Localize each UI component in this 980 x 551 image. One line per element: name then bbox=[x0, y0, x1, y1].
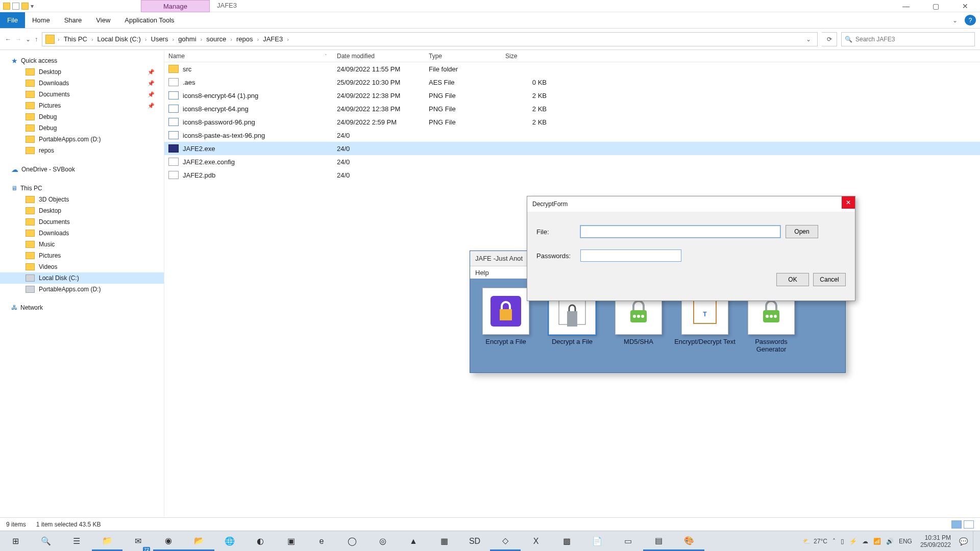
ribbon-tab-file[interactable]: File bbox=[0, 12, 25, 28]
tray-icon[interactable]: ☁ bbox=[862, 538, 868, 545]
sidebar-item[interactable]: 3D Objects bbox=[0, 194, 164, 205]
sidebar-item[interactable]: PortableApps.com (D:) bbox=[0, 284, 164, 295]
ribbon-tab-view[interactable]: View bbox=[89, 12, 117, 28]
ribbon-context-tab-manage[interactable]: Manage bbox=[141, 0, 210, 12]
taskbar-excel-button[interactable]: X bbox=[521, 531, 551, 551]
sidebar-item[interactable]: Downloads bbox=[0, 228, 164, 239]
sidebar-network[interactable]: 🖧 Network bbox=[0, 302, 164, 313]
search-box[interactable]: 🔍 bbox=[841, 32, 975, 46]
column-header-type[interactable]: Type bbox=[425, 50, 501, 62]
breadcrumb[interactable]: JAFE3 bbox=[262, 35, 284, 43]
taskbar-app2-button[interactable]: ▣ bbox=[276, 531, 306, 551]
ok-button[interactable]: OK bbox=[776, 273, 809, 286]
sidebar-item[interactable]: Videos bbox=[0, 261, 164, 272]
breadcrumb[interactable]: repos bbox=[235, 35, 254, 43]
table-row[interactable]: .aes25/09/2022 10:30 PMAES File0 KB bbox=[164, 76, 980, 89]
sidebar-onedrive[interactable]: ☁ OneDrive - SVBook bbox=[0, 163, 164, 176]
taskbar-chrome-button[interactable]: ◉ bbox=[153, 531, 184, 551]
taskbar-jafe-button[interactable]: ▤ bbox=[643, 531, 674, 551]
open-button[interactable]: Open bbox=[786, 225, 818, 238]
table-row[interactable]: icons8-paste-as-text-96.png24/0 bbox=[164, 129, 980, 142]
table-row[interactable]: icons8-encrypt-64 (1).png24/09/2022 12:3… bbox=[164, 89, 980, 102]
nav-back-button[interactable]: ← bbox=[5, 36, 11, 43]
sidebar-item[interactable]: Music bbox=[0, 239, 164, 250]
tray-icon[interactable]: 📶 bbox=[873, 538, 881, 545]
taskbar-notepad-button[interactable]: 📄 bbox=[582, 531, 612, 551]
cancel-button[interactable]: Cancel bbox=[813, 273, 846, 286]
qat-dropdown-icon[interactable]: ▾ bbox=[31, 3, 34, 10]
breadcrumb[interactable]: Local Disk (C:) bbox=[96, 35, 142, 43]
clock[interactable]: 10:31 PM 25/09/2022 bbox=[917, 534, 954, 548]
sidebar-item[interactable]: Debug bbox=[0, 122, 164, 134]
search-input[interactable] bbox=[855, 36, 971, 43]
close-button[interactable]: ✕ bbox=[950, 0, 980, 12]
tray-icon[interactable]: ˄ bbox=[832, 538, 836, 545]
column-header-name[interactable]: Name ˄ bbox=[164, 50, 333, 62]
view-details-button[interactable] bbox=[951, 520, 962, 529]
file-input[interactable] bbox=[580, 226, 780, 238]
passwords-input[interactable] bbox=[580, 249, 681, 262]
taskbar-mail-button[interactable]: ✉72 bbox=[122, 531, 153, 551]
tray-icon[interactable]: 🔊 bbox=[886, 538, 894, 545]
sidebar-item[interactable]: Desktop📌 bbox=[0, 66, 164, 78]
taskbar-search-button[interactable]: 🔍 bbox=[31, 531, 61, 551]
taskbar-vs-button[interactable]: ◇ bbox=[490, 531, 521, 551]
table-row[interactable]: JAFE2.exe24/0 bbox=[164, 142, 980, 155]
language-indicator[interactable]: ENG bbox=[899, 538, 912, 545]
notifications-button[interactable]: 💬 bbox=[959, 537, 968, 545]
breadcrumb[interactable]: This PC bbox=[63, 35, 88, 43]
breadcrumb[interactable]: gohmi bbox=[177, 35, 197, 43]
sidebar-item[interactable]: Pictures bbox=[0, 250, 164, 261]
taskbar-app1-button[interactable]: ◐ bbox=[245, 531, 276, 551]
taskbar-explorer2-button[interactable]: 📂 bbox=[184, 531, 214, 551]
breadcrumb[interactable]: Users bbox=[150, 35, 169, 43]
nav-up-button[interactable]: ↑ bbox=[35, 36, 38, 43]
sidebar-item[interactable]: repos bbox=[0, 145, 164, 156]
table-row[interactable]: icons8-password-96.png24/09/2022 2:59 PM… bbox=[164, 115, 980, 129]
taskbar-file-explorer-button[interactable]: 📁 bbox=[92, 531, 122, 551]
taskbar-sdk-button[interactable]: SD bbox=[459, 531, 490, 551]
address-dropdown-icon[interactable]: ⌄ bbox=[803, 36, 814, 43]
refresh-button[interactable]: ⟳ bbox=[822, 32, 837, 46]
taskbar-task-view-button[interactable]: ☰ bbox=[61, 531, 92, 551]
taskbar-ie-button[interactable]: e bbox=[306, 531, 337, 551]
table-row[interactable]: icons8-encrypt-64.png24/09/2022 12:38 PM… bbox=[164, 102, 980, 115]
tray-icon[interactable]: ▯ bbox=[841, 538, 844, 545]
ribbon-tab-share[interactable]: Share bbox=[57, 12, 89, 28]
nav-forward-button[interactable]: → bbox=[15, 36, 21, 43]
tray-icon[interactable]: ⚡ bbox=[849, 538, 857, 545]
sidebar-item[interactable]: PortableApps.com (D:) bbox=[0, 134, 164, 145]
minimize-button[interactable]: — bbox=[891, 0, 921, 12]
sidebar-item[interactable]: Pictures📌 bbox=[0, 100, 164, 111]
sidebar-item[interactable]: Downloads📌 bbox=[0, 78, 164, 89]
weather-widget[interactable]: ⛅ 27°C bbox=[803, 538, 827, 545]
sidebar-item[interactable]: Documents📌 bbox=[0, 89, 164, 100]
sidebar-item[interactable]: Debug bbox=[0, 111, 164, 122]
taskbar-app3-button[interactable]: ◯ bbox=[337, 531, 368, 551]
sidebar-item[interactable]: Desktop bbox=[0, 205, 164, 216]
ribbon-minimize-icon[interactable]: ⌄ bbox=[949, 12, 961, 28]
address-bar[interactable]: › This PC › Local Disk (C:) › Users › go… bbox=[42, 32, 818, 46]
sidebar-item[interactable]: Documents bbox=[0, 216, 164, 228]
view-large-icons-button[interactable] bbox=[964, 520, 974, 529]
taskbar-edge-button[interactable]: 🌐 bbox=[214, 531, 245, 551]
sidebar-item[interactable]: Local Disk (C:) bbox=[0, 272, 164, 284]
taskbar-app6-button[interactable]: ▦ bbox=[429, 531, 459, 551]
taskbar-app4-button[interactable]: ◎ bbox=[368, 531, 398, 551]
dialog-close-button[interactable]: ✕ bbox=[842, 196, 855, 209]
taskbar-app7-button[interactable]: ▩ bbox=[551, 531, 582, 551]
dialog-titlebar[interactable]: DecryptForm ✕ bbox=[527, 196, 855, 212]
taskbar-paint-button[interactable]: 🎨 bbox=[674, 531, 704, 551]
sidebar-this-pc[interactable]: 🖥 This PC bbox=[0, 183, 164, 194]
column-header-date[interactable]: Date modified bbox=[333, 50, 425, 62]
taskbar-app8-button[interactable]: ▭ bbox=[612, 531, 643, 551]
table-row[interactable]: JAFE2.exe.config24/0 bbox=[164, 155, 980, 168]
table-row[interactable]: JAFE2.pdb24/0 bbox=[164, 168, 980, 182]
help-button[interactable]: ? bbox=[965, 15, 976, 26]
nav-history-dropdown[interactable]: ⌄ bbox=[26, 36, 31, 43]
ribbon-tab-application-tools[interactable]: Application Tools bbox=[117, 12, 181, 28]
show-desktop-button[interactable] bbox=[973, 531, 977, 551]
taskbar-start-button[interactable]: ⊞ bbox=[0, 531, 31, 551]
table-row[interactable]: src24/09/2022 11:55 PMFile folder bbox=[164, 62, 980, 76]
sidebar-quick-access[interactable]: ★ Quick access bbox=[0, 55, 164, 66]
